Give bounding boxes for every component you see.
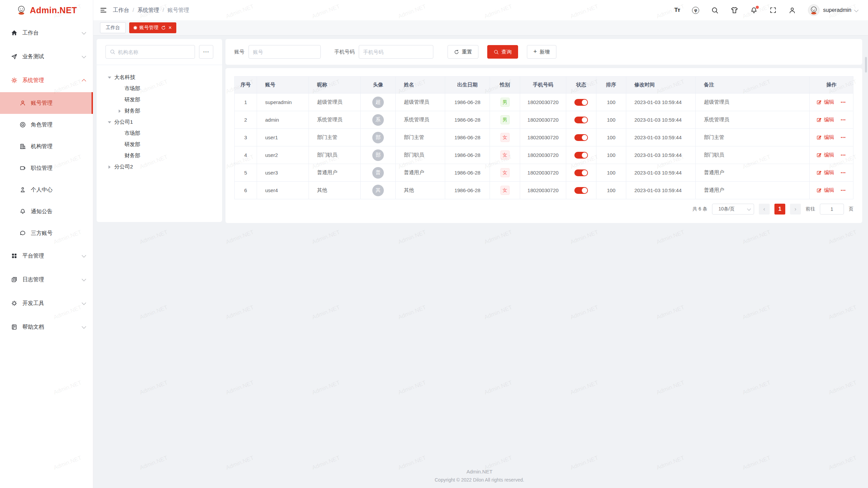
caret-down-icon (108, 121, 111, 123)
avatar: 部 (372, 132, 384, 143)
page-size-select[interactable]: 10条/页 (712, 204, 754, 215)
table-header-row: 序号 账号 昵称 头像 姓名 出生日期 性别 手机号码 状态 排序 (235, 77, 853, 94)
status-toggle[interactable] (574, 187, 588, 194)
next-page-button[interactable]: › (790, 204, 801, 215)
account-input[interactable] (249, 45, 321, 59)
sidebar-item-org-mgmt[interactable]: 机构管理 (0, 136, 93, 157)
notification-badge (756, 6, 759, 9)
sidebar-item-workbench[interactable]: 工作台 (0, 21, 93, 45)
tree-node[interactable]: 研发部 (97, 94, 222, 105)
more-actions-button[interactable]: ⋯ (841, 135, 846, 141)
tree-node[interactable]: 市场部 (97, 128, 222, 139)
user-menu[interactable]: superadmin (808, 4, 858, 16)
reset-button[interactable]: 重置 (448, 45, 478, 59)
active-dot-icon (134, 26, 137, 29)
caret-down-icon (108, 77, 111, 79)
theme-icon[interactable] (731, 6, 738, 14)
home-icon (11, 30, 17, 36)
tree-node[interactable]: 财务部 (97, 105, 222, 117)
sidebar-item-system-mgmt[interactable]: 系统管理 (0, 68, 93, 92)
goto-page-input[interactable] (820, 204, 844, 215)
chat-icon (20, 230, 26, 236)
org-tree-panel: ⋯ 大名科技 市场部 研发部 财务部 分公司1 市场部 研发部 财务部 分公司2 (97, 39, 222, 222)
col-remark: 备注 (696, 77, 810, 94)
add-button[interactable]: + 新增 (527, 45, 556, 59)
sidebar-item-help-docs[interactable]: 帮助文档 (0, 315, 93, 339)
close-icon[interactable]: × (169, 25, 172, 30)
sidebar-item-third-party[interactable]: 三方账号 (0, 222, 93, 244)
main-area: 工作台 / 系统管理 / 账号管理 Tт φ (93, 0, 868, 488)
status-toggle[interactable] (574, 134, 588, 141)
menu-fold-icon[interactable] (100, 7, 107, 14)
sidebar-item-business-test[interactable]: 业务测试 (0, 45, 93, 68)
breadcrumb-item-workbench[interactable]: 工作台 (113, 7, 129, 14)
gender-badge: 男 (500, 115, 510, 124)
goto-label: 前往 (806, 206, 815, 212)
edit-button[interactable]: 编辑 (824, 99, 834, 105)
more-actions-button[interactable]: ⋯ (841, 117, 846, 123)
sidebar-item-profile-center[interactable]: 个人中心 (0, 179, 93, 201)
phone-input[interactable] (359, 45, 433, 59)
tab-account-mgmt[interactable]: 账号管理 × (129, 22, 176, 33)
tree-node[interactable]: 大名科技 (97, 72, 222, 83)
status-toggle[interactable] (574, 99, 588, 106)
user-icon (20, 100, 26, 106)
tree-node[interactable]: 分公司2 (97, 161, 222, 172)
topbar: 工作台 / 系统管理 / 账号管理 Tт φ (93, 0, 868, 20)
edit-icon (816, 170, 822, 175)
building-icon (20, 143, 26, 149)
notification-bell-icon[interactable] (750, 7, 757, 14)
status-toggle[interactable] (574, 152, 588, 159)
edit-button[interactable]: 编辑 (824, 169, 834, 176)
refresh-icon[interactable] (161, 25, 166, 30)
table-row: 6 user4 其他 其 其他 1986-06-28 女 18020030720 (235, 182, 853, 199)
chevron-down-icon (82, 324, 86, 329)
tree-more-button[interactable]: ⋯ (199, 45, 213, 59)
prev-page-button[interactable]: ‹ (759, 204, 770, 215)
page-1-button[interactable]: 1 (774, 204, 785, 215)
gender-badge: 女 (500, 133, 510, 142)
app-logo[interactable]: Admin.NET (0, 0, 93, 20)
grid-icon (11, 253, 17, 259)
font-size-icon[interactable]: Tт (674, 7, 680, 14)
query-button[interactable]: 查询 (487, 45, 518, 59)
sidebar-item-position-mgmt[interactable]: 职位管理 (0, 157, 93, 179)
breadcrumb-item-system[interactable]: 系统管理 (137, 7, 159, 14)
language-icon[interactable]: φ (692, 7, 699, 14)
edit-button[interactable]: 编辑 (824, 134, 834, 141)
sidebar-item-notice[interactable]: 通知公告 (0, 201, 93, 222)
edit-button[interactable]: 编辑 (824, 187, 834, 194)
tree-node[interactable]: 研发部 (97, 139, 222, 150)
tree-node[interactable]: 财务部 (97, 150, 222, 161)
breadcrumb-separator: / (133, 7, 134, 13)
tree-node[interactable]: 分公司1 (97, 117, 222, 128)
tab-workbench[interactable]: 工作台 (100, 22, 126, 33)
tree-node[interactable]: 市场部 (97, 83, 222, 94)
sidebar-item-account-mgmt[interactable]: 账号管理 (0, 92, 93, 114)
status-toggle[interactable] (574, 117, 588, 123)
search-icon[interactable] (711, 7, 718, 14)
edit-button[interactable]: 编辑 (824, 152, 834, 158)
chevron-down-icon (82, 30, 86, 35)
sidebar-item-dev-tools[interactable]: 开发工具 (0, 291, 93, 315)
more-actions-button[interactable]: ⋯ (841, 152, 846, 158)
badge-icon (20, 165, 26, 171)
sidebar-item-role-mgmt[interactable]: 角色管理 (0, 114, 93, 136)
chevron-down-icon (854, 8, 859, 12)
sidebar: Admin.NET 工作台 业务测试 系统管理 (0, 0, 93, 488)
more-actions-button[interactable]: ⋯ (841, 99, 846, 105)
scrollbar-thumb[interactable] (865, 57, 867, 73)
more-actions-button[interactable]: ⋯ (841, 187, 846, 194)
caret-right-icon (108, 165, 111, 169)
table-row: 1 superadmin 超级管理员 超 超级管理员 1986-06-28 男 … (235, 94, 853, 111)
edit-button[interactable]: 编辑 (824, 117, 834, 123)
bell-icon (20, 208, 26, 215)
more-actions-button[interactable]: ⋯ (841, 170, 846, 176)
status-toggle[interactable] (574, 169, 588, 176)
gear-icon (11, 77, 17, 83)
profile-icon[interactable] (789, 7, 796, 14)
sidebar-item-platform-mgmt[interactable]: 平台管理 (0, 244, 93, 268)
org-search-input[interactable] (118, 49, 191, 55)
fullscreen-icon[interactable] (770, 7, 776, 14)
sidebar-item-log-mgmt[interactable]: 日志管理 (0, 268, 93, 291)
